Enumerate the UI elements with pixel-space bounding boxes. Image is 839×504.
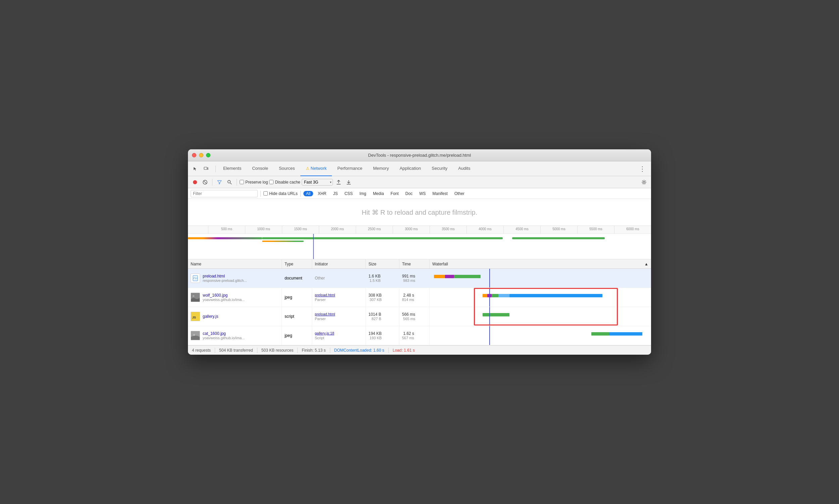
filter-all[interactable]: All [303, 191, 313, 196]
download-button[interactable] [344, 178, 353, 186]
hide-data-urls-label[interactable]: Hide data URLs [264, 191, 298, 196]
filter-input[interactable] [191, 190, 258, 197]
filmstrip-area: Hit ⌘ R to reload and capture filmstrip. [188, 199, 651, 226]
filter-ws[interactable]: WS [417, 191, 428, 197]
td-name-4: cat_1600.jpg yoavweiss.github.io/ima... [188, 326, 282, 345]
file-url-4: yoavweiss.github.io/ima... [203, 336, 245, 340]
td-waterfall-3 [430, 307, 651, 326]
disable-cache-label[interactable]: Disable cache [269, 180, 300, 184]
td-type-3: script [282, 307, 312, 326]
svg-rect-0 [204, 167, 207, 169]
file-name-1: preload.html [203, 274, 247, 278]
ruler-mark-3000: 3000 ms [393, 226, 430, 234]
preserve-log-checkbox[interactable] [239, 180, 244, 184]
tab-application[interactable]: Application [394, 161, 427, 176]
svg-text:JS: JS [192, 316, 196, 319]
settings-button[interactable] [640, 178, 648, 186]
th-waterfall[interactable]: Waterfall ▲ [430, 259, 651, 268]
table-row[interactable]: preload.html responsive-preload.glitch..… [188, 269, 651, 288]
clear-button[interactable] [201, 178, 210, 186]
td-size-3: 1014 B 827 B [366, 307, 399, 326]
tab-network[interactable]: Network [300, 161, 332, 176]
th-time[interactable]: Time [399, 259, 430, 268]
disable-cache-checkbox[interactable] [269, 180, 273, 184]
svg-point-12 [193, 295, 195, 297]
file-url-1: responsive-preload.glitch... [203, 278, 247, 283]
tab-memory[interactable]: Memory [368, 161, 394, 176]
filmstrip-message: Hit ⌘ R to reload and capture filmstrip. [362, 209, 478, 216]
td-size-1: 1.6 KB 1.5 KB [366, 269, 399, 288]
tab-sources[interactable]: Sources [273, 161, 300, 176]
th-size[interactable]: Size [366, 259, 399, 268]
throttle-select[interactable]: Fast 3G Slow 3G Offline No throttling [302, 179, 333, 185]
table-row[interactable]: wolf_1600.jpg yoavweiss.github.io/ima...… [188, 288, 651, 307]
td-waterfall-4 [430, 326, 651, 345]
tab-divider [215, 165, 216, 172]
hide-data-urls-checkbox[interactable] [264, 191, 268, 196]
maximize-button[interactable] [206, 153, 210, 157]
initiator-link-4[interactable]: gallery.js:18 [315, 331, 334, 335]
tab-console[interactable]: Console [247, 161, 273, 176]
status-bar: 4 requests 504 KB transferred 503 KB res… [188, 345, 651, 355]
td-time-1: 991 ms 983 ms [399, 269, 430, 288]
filter-type-divider [300, 191, 301, 197]
devtools-window: DevTools - responsive-preload.glitch.me/… [188, 149, 651, 355]
initiator-link-3[interactable]: preload.html [315, 312, 335, 316]
td-time-4: 1.62 s 567 ms [399, 326, 430, 345]
td-size-4: 194 KB 193 KB [366, 326, 399, 345]
td-type-1: document [282, 269, 312, 288]
filter-js[interactable]: JS [331, 191, 340, 197]
close-button[interactable] [192, 153, 196, 157]
tab-elements[interactable]: Elements [218, 161, 247, 176]
minimize-button[interactable] [199, 153, 203, 157]
requests-count: 4 requests [192, 348, 211, 353]
td-initiator-1: Other [312, 269, 366, 288]
ruler-marks: 500 ms 1000 ms 1500 ms 2000 ms 2500 ms 3… [188, 226, 651, 234]
file-icon-html [191, 273, 200, 283]
tab-performance[interactable]: Performance [332, 161, 368, 176]
search-icon[interactable] [225, 178, 234, 186]
th-type[interactable]: Type [282, 259, 312, 268]
device-icon[interactable] [201, 164, 211, 174]
filter-img[interactable]: Img [357, 191, 368, 197]
window-title: DevTools - responsive-preload.glitch.me/… [368, 153, 471, 158]
svg-line-4 [204, 181, 207, 183]
filter-css[interactable]: CSS [342, 191, 355, 197]
ruler-mark-1000: 1000 ms [245, 226, 282, 234]
td-name-3: JS gallery.js [188, 307, 282, 326]
toolbar-divider-2 [237, 179, 237, 185]
tab-security[interactable]: Security [426, 161, 453, 176]
th-initiator[interactable]: Initiator [312, 259, 366, 268]
svg-point-2 [193, 180, 197, 184]
tab-icons [191, 164, 211, 174]
th-name[interactable]: Name [188, 259, 282, 268]
filter-xhr[interactable]: XHR [316, 191, 328, 197]
filter-media[interactable]: Media [371, 191, 386, 197]
svg-rect-1 [208, 168, 209, 169]
toolbar: Preserve log Disable cache Fast 3G Slow … [188, 176, 651, 188]
cursor-icon[interactable] [191, 164, 200, 174]
filter-icon[interactable] [215, 178, 224, 186]
filter-font[interactable]: Font [389, 191, 401, 197]
initiator-link-2[interactable]: preload.html [315, 293, 335, 297]
table-row[interactable]: cat_1600.jpg yoavweiss.github.io/ima... … [188, 326, 651, 345]
table-row[interactable]: JS gallery.js script preload.html Parser [188, 307, 651, 326]
record-button[interactable] [191, 178, 199, 186]
filter-bar: Hide data URLs All XHR JS CSS Img Media … [188, 188, 651, 199]
tab-audits[interactable]: Audits [453, 161, 476, 176]
file-icon-cat [191, 331, 200, 340]
ruler-mark-500: 500 ms [208, 226, 245, 234]
table-header: Name Type Initiator Size Time Waterfall … [188, 259, 651, 269]
timeline-ruler[interactable]: 500 ms 1000 ms 1500 ms 2000 ms 2500 ms 3… [188, 226, 651, 259]
ruler-mark-3500: 3500 ms [430, 226, 466, 234]
filter-doc[interactable]: Doc [404, 191, 414, 197]
disable-cache-text: Disable cache [275, 180, 300, 184]
preserve-log-label[interactable]: Preserve log [239, 180, 268, 184]
more-tabs-button[interactable]: ⋮ [636, 165, 648, 173]
finish-time: Finish: 5.13 s [302, 348, 325, 353]
upload-button[interactable] [334, 178, 343, 186]
td-initiator-4: gallery.js:18 Script [312, 326, 366, 345]
sort-icon: ▲ [644, 262, 648, 266]
filter-manifest[interactable]: Manifest [431, 191, 450, 197]
filter-other[interactable]: Other [452, 191, 466, 197]
